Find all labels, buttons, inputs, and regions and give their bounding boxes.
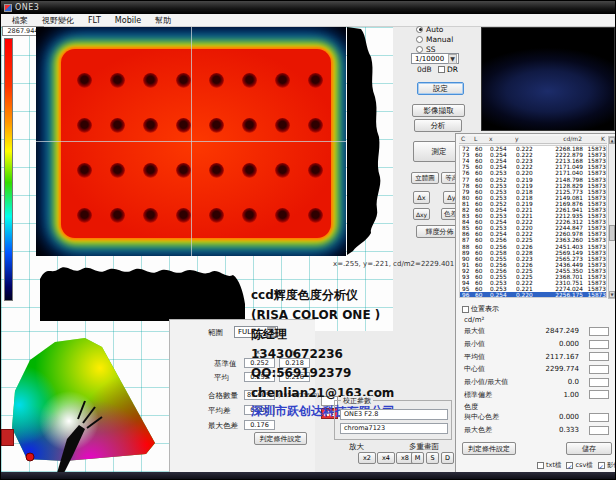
led-well-dot (110, 163, 125, 178)
led-well-dot (143, 118, 158, 133)
threshold-box[interactable] (589, 327, 609, 336)
calibration-field-1[interactable]: ONE3 F2.8 (340, 409, 448, 420)
threshold-box[interactable] (589, 365, 609, 374)
led-well-dot (77, 118, 92, 133)
app-icon (4, 4, 12, 12)
threshold-box[interactable] (589, 413, 609, 422)
file-type-checkbox[interactable]: txt檔 (537, 461, 561, 470)
threshold-box[interactable] (589, 352, 609, 361)
zoom-x2-button[interactable]: x2 (358, 452, 376, 464)
table-scrollbar[interactable]: ▲ ▼ (608, 136, 616, 299)
dr-checkbox[interactable]: DR (438, 65, 458, 74)
save-button[interactable]: 儲存 (566, 442, 612, 455)
menu-item[interactable]: Mobile (108, 16, 148, 25)
multiscreen-label: 多重畫面 (409, 442, 439, 452)
multiscreen-buttons: MSD (411, 452, 456, 464)
led-well-dot (308, 163, 323, 178)
average-label: 平均 (214, 373, 229, 383)
checkbox-icon (462, 306, 469, 313)
stat-row: 平均值2117.167 (460, 350, 613, 363)
delta-xy-button[interactable]: Δxy (413, 208, 430, 220)
led-well-dot (209, 73, 224, 88)
led-well-dot (308, 118, 323, 133)
calibration-field-2[interactable]: chroma7123 (340, 423, 448, 434)
checkbox-icon (537, 462, 544, 469)
file-type-checkbox[interactable]: ✓影像檔 (598, 461, 616, 470)
led-well-dot (275, 208, 290, 223)
led-well-dot (242, 208, 257, 223)
judge-condition-button[interactable]: 判定條件設定 (254, 432, 307, 445)
radio-manual[interactable]: Manual (416, 34, 453, 44)
led-well-dot (242, 73, 257, 88)
menu-item[interactable]: 視野變化 (35, 15, 81, 26)
horizontal-profile-plot (37, 259, 249, 321)
threshold-box[interactable] (589, 340, 609, 349)
calibration-title: 校正參數 (341, 396, 373, 406)
app-window: ONE3 檔案視野變化FLTMobile幫助 2867.944 x=.255, … (0, 0, 616, 480)
shutter-select[interactable]: 1/10000▼ (411, 53, 459, 64)
cursor-coordinates: x=.255, y=.221, cd/m2=2229.401 (333, 260, 454, 268)
led-well-dot (275, 73, 290, 88)
delta-x-button[interactable]: Δx (413, 191, 430, 204)
led-well-dot (110, 118, 125, 133)
camera-preview (481, 27, 615, 131)
scroll-down-icon[interactable]: ▼ (609, 291, 615, 298)
lum-section-title: cd/m² (464, 316, 484, 324)
led-well-dot (209, 163, 224, 178)
title-bar[interactable]: ONE3 (1, 1, 616, 14)
cie-chromaticity-diagram[interactable] (5, 333, 165, 475)
vertical-profile-plot (347, 27, 389, 256)
zoom-x4-button[interactable]: x4 (377, 452, 395, 464)
stat-row: 最大值2847.249 (460, 325, 613, 338)
luminance-image[interactable] (36, 27, 346, 256)
capture-button[interactable]: 影像擷取 (412, 104, 465, 117)
file-type-checkbox[interactable]: ✓csv檔 (566, 461, 592, 470)
menu-item[interactable]: FLT (81, 16, 108, 25)
menu-item[interactable]: 幫助 (148, 15, 178, 26)
contact-line: ccd辉度色度分析仪 (251, 286, 461, 306)
judge-condition-button-right[interactable]: 判定條件設定 (462, 442, 516, 455)
led-well-dot (308, 73, 323, 88)
red-color-chip (1, 429, 14, 446)
screen-S-button[interactable]: S (426, 452, 439, 464)
threshold-box[interactable] (589, 426, 609, 435)
threshold-box[interactable] (589, 390, 609, 399)
exposure-modes: AutoManualSS (416, 24, 453, 54)
table-column-header: cd/m2 (541, 136, 585, 143)
lum-stats: 最大值2847.249最小值0.000平均值2117.167中心值2299.77… (460, 325, 613, 401)
solid-view-button[interactable]: 立體圖 (411, 172, 439, 184)
luminance-colorbar (4, 38, 13, 301)
measurement-table-body[interactable]: 72600.2540.2222268.1881587373600.2540.22… (459, 145, 607, 298)
max-colordiff-label: 最大色差 (208, 421, 238, 431)
led-well-dot (308, 208, 323, 223)
settings-button[interactable]: 設定 (417, 82, 464, 95)
stat-row: 最大色差0.333 (460, 424, 613, 437)
scroll-up-icon[interactable]: ▲ (609, 137, 615, 144)
heat-panel (61, 49, 331, 238)
radio-icon (416, 26, 423, 33)
table-row[interactable]: 96600.2540.2202256.17515873 (460, 292, 606, 298)
checkbox-icon: ✓ (566, 462, 573, 469)
analyze-button[interactable]: 分析 (414, 119, 462, 132)
led-well-dot (209, 118, 224, 133)
position-display-checkbox[interactable]: 位置表示 (462, 304, 499, 314)
checkbox-icon (438, 66, 445, 73)
screen-D-button[interactable]: D (441, 452, 454, 464)
led-well-dot (143, 208, 158, 223)
screen-M-button[interactable]: M (411, 452, 424, 464)
crosshair-horizontal[interactable] (36, 141, 346, 142)
stat-row: 中心值2299.774 (460, 363, 613, 376)
threshold-box[interactable] (589, 378, 609, 387)
led-well-dot (143, 163, 158, 178)
measurement-point-marker (26, 453, 34, 461)
led-well-dot (110, 208, 125, 223)
radio-auto[interactable]: Auto (416, 24, 453, 34)
chevron-down-icon: ▼ (448, 54, 457, 64)
file-checkboxes: txt檔✓csv檔✓影像檔 (532, 461, 616, 470)
base-value-label: 基準值 (214, 359, 237, 369)
menu-item[interactable]: 檔案 (5, 15, 35, 26)
scrollbar-thumb[interactable] (609, 225, 615, 241)
led-well-dot (176, 163, 191, 178)
table-column-header: K (585, 136, 605, 143)
table-column-header: y (515, 136, 541, 143)
